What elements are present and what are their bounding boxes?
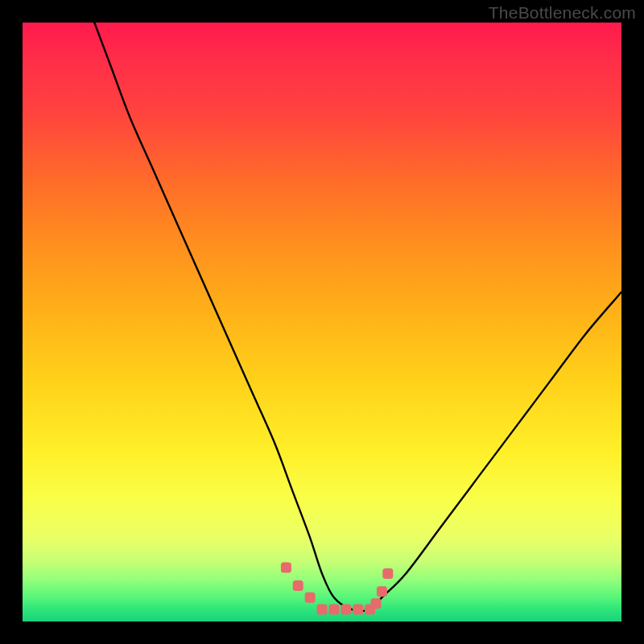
highlight-marker: [317, 605, 328, 615]
highlight-marker: [293, 580, 303, 591]
chart-frame: TheBottleneck.com: [0, 0, 644, 644]
highlight-marker: [341, 605, 351, 615]
curve-svg: [23, 23, 621, 621]
highlight-marker: [353, 605, 363, 615]
highlight-marker: [281, 563, 291, 573]
highlight-marker: [305, 592, 316, 603]
plot-area: [23, 23, 621, 621]
watermark-text: TheBottleneck.com: [489, 3, 636, 23]
highlight-markers: [281, 563, 393, 615]
bottleneck-curve: [94, 23, 621, 611]
highlight-marker: [328, 605, 339, 615]
highlight-marker: [377, 586, 387, 597]
highlight-marker: [371, 598, 382, 609]
highlight-marker: [382, 568, 393, 579]
